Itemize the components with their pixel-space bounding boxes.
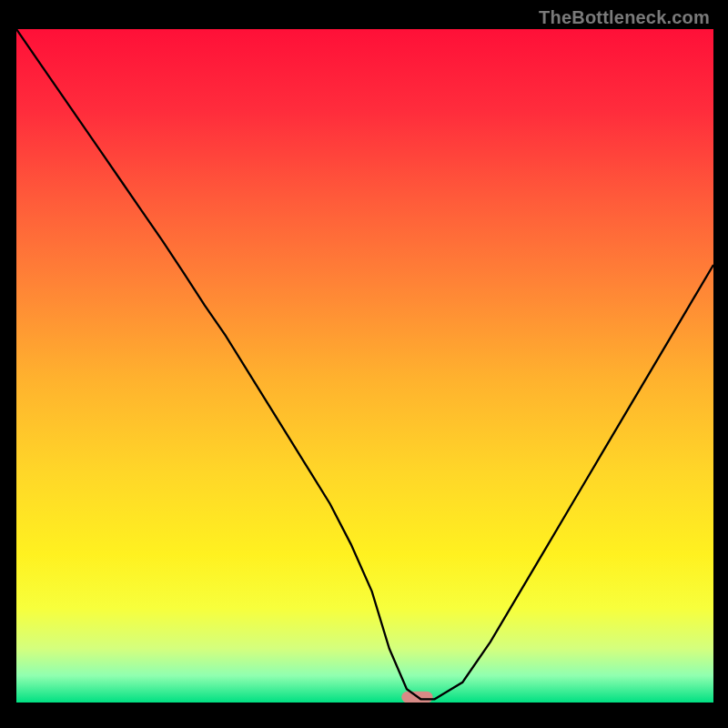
plot-area [16,29,713,703]
chart-line-layer [16,29,713,703]
watermark-text: TheBottleneck.com [539,7,710,28]
chart-frame: TheBottleneck.com [4,4,724,724]
bottleneck-curve [16,29,713,699]
